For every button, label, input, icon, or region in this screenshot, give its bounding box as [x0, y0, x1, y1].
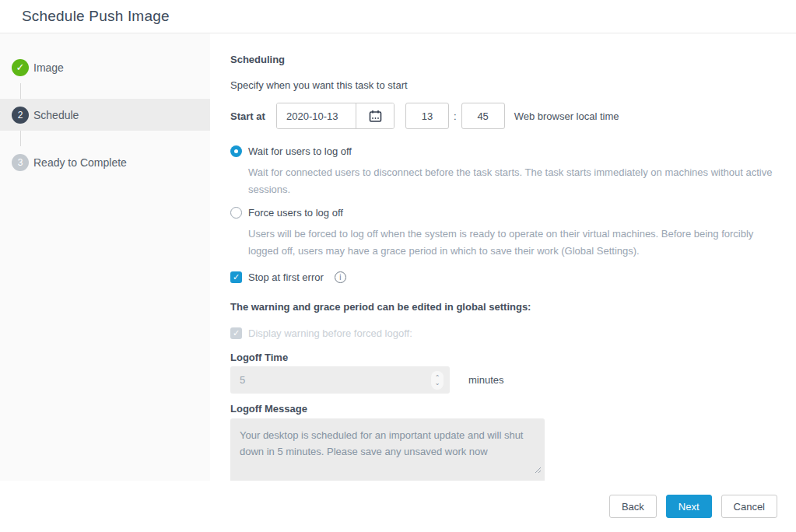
next-button[interactable]: Next [666, 495, 712, 518]
force-logoff-label[interactable]: Force users to log off [248, 207, 343, 219]
start-at-label: Start at [230, 110, 266, 122]
step-label: Image [33, 61, 64, 74]
dialog-footer: Back Next Cancel [0, 481, 796, 532]
display-warning-label: Display warning before forced logoff: [248, 327, 412, 339]
checkbox-disabled-checked-icon: ✓ [230, 327, 242, 339]
stop-at-first-error-option[interactable]: ✓ Stop at first error i [230, 271, 796, 283]
checkbox-checked-icon[interactable]: ✓ [230, 271, 242, 283]
chevron-down-icon: ⌄ [435, 380, 440, 386]
step-connector-line [20, 83, 21, 99]
wait-for-logoff-label[interactable]: Wait for users to log off [248, 145, 352, 157]
logoff-time-label: Logoff Time [230, 352, 796, 362]
logoff-message-textarea: Your desktop is scheduled for an importa… [230, 418, 545, 481]
step-schedule[interactable]: 2 Schedule [0, 99, 210, 131]
logoff-time-input [230, 366, 450, 394]
start-minute-input[interactable] [461, 103, 505, 129]
wait-for-logoff-option[interactable]: Wait for users to log off [230, 145, 796, 157]
logoff-time-unit: minutes [468, 374, 504, 386]
wait-for-logoff-description: Wait for connected users to disconnect b… [248, 164, 785, 198]
time-separator: : [454, 110, 457, 122]
dialog-body: ✓ Image 2 Schedule 3 Ready to Complete S… [0, 33, 796, 481]
logoff-message-label: Logoff Message [230, 404, 796, 414]
calendar-button[interactable] [356, 103, 394, 128]
dialog-header: Schedule Push Image [0, 0, 796, 33]
radio-unselected-icon[interactable] [230, 207, 242, 219]
force-logoff-option[interactable]: Force users to log off [230, 207, 796, 219]
step-done-check-icon: ✓ [12, 59, 29, 76]
step-label: Schedule [33, 109, 79, 121]
scheduling-subheading: Specify when you want this task to start [230, 80, 796, 90]
page-title: Schedule Push Image [22, 8, 170, 25]
force-logoff-description: Users will be forced to log off when the… [248, 226, 785, 260]
start-hour-input[interactable] [405, 103, 449, 129]
step-number-badge: 2 [12, 107, 29, 124]
date-picker-group [276, 103, 394, 129]
resize-handle-icon [535, 467, 542, 474]
start-at-row: Start at : [230, 103, 796, 129]
step-image[interactable]: ✓ Image [0, 51, 210, 83]
schedule-step-content: Scheduling Specify when you want this ta… [210, 33, 796, 481]
stop-at-first-error-label[interactable]: Stop at first error [248, 271, 324, 283]
step-number-badge: 3 [12, 154, 29, 171]
scheduling-heading: Scheduling [230, 54, 796, 65]
start-date-input[interactable] [277, 103, 356, 128]
schedule-push-image-dialog: Schedule Push Image ✓ Image 2 Schedule 3… [0, 0, 796, 532]
back-button[interactable]: Back [609, 495, 657, 518]
logoff-message-wrap: Your desktop is scheduled for an importa… [230, 418, 545, 481]
cancel-button[interactable]: Cancel [721, 495, 777, 518]
logoff-time-row: ⌃⌄ minutes [230, 366, 796, 394]
radio-selected-icon[interactable] [230, 145, 242, 157]
display-warning-option: ✓ Display warning before forced logoff: [230, 327, 796, 339]
global-settings-note: The warning and grace period can be edit… [230, 302, 796, 312]
step-ready-to-complete[interactable]: 3 Ready to Complete [0, 146, 210, 178]
calendar-icon [368, 109, 383, 124]
step-label: Ready to Complete [33, 156, 127, 169]
number-stepper: ⌃⌄ [431, 371, 444, 390]
info-icon[interactable]: i [335, 271, 346, 283]
timezone-note: Web browser local time [514, 110, 619, 122]
wizard-steps-sidebar: ✓ Image 2 Schedule 3 Ready to Complete [0, 33, 210, 481]
step-connector-line [20, 131, 21, 146]
